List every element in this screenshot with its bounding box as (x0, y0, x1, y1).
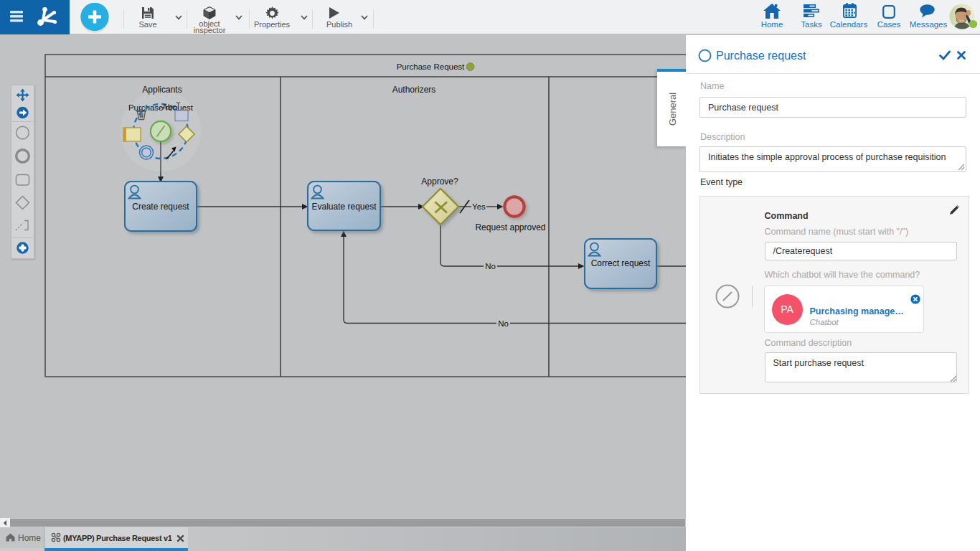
svg-text:No: No (485, 262, 496, 270)
svg-text:Yes: Yes (472, 202, 486, 211)
svg-text:Approve?: Approve? (421, 176, 458, 187)
svg-text:Purchase Request: Purchase Request (397, 62, 465, 71)
svg-text:No: No (498, 319, 509, 328)
svg-text:Correct request: Correct request (591, 258, 651, 268)
svg-text:Request approved: Request approved (475, 222, 545, 232)
svg-text:Create request: Create request (132, 202, 189, 212)
svg-text:Evaluate request: Evaluate request (311, 202, 377, 212)
svg-text:Authorizers: Authorizers (392, 85, 436, 95)
svg-text:Abc: Abc (162, 103, 176, 111)
